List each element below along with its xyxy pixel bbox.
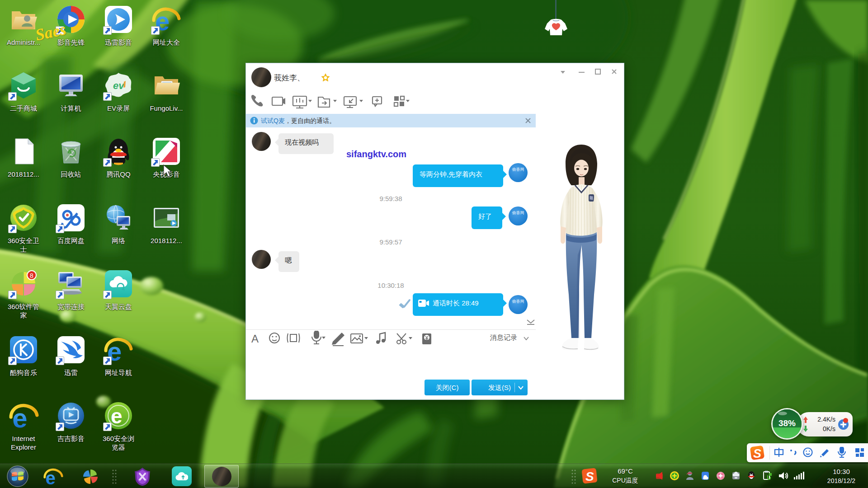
svg-text:8: 8 bbox=[30, 272, 33, 279]
svg-text:e: e bbox=[111, 404, 123, 428]
svg-text:S: S bbox=[585, 469, 594, 483]
svg-text:ev: ev bbox=[113, 80, 125, 91]
svg-text:A: A bbox=[251, 333, 259, 345]
svg-text:S: S bbox=[753, 447, 761, 460]
